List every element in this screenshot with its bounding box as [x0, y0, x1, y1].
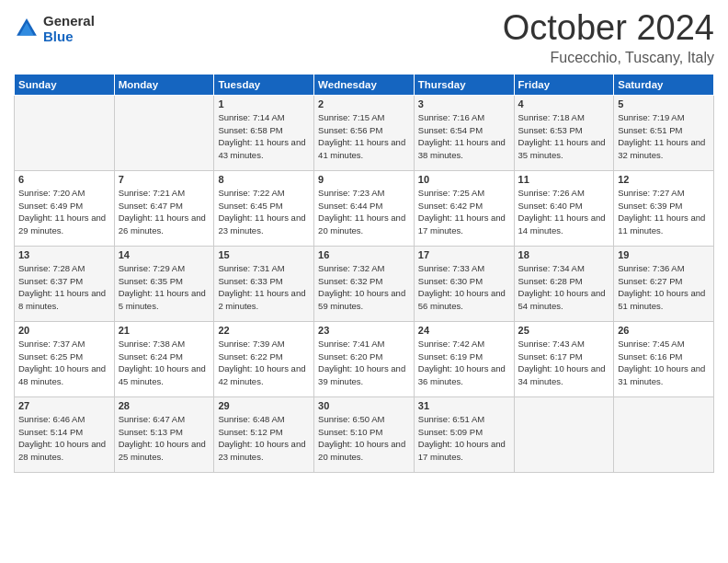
cell-info: Sunrise: 7:27 AMSunset: 6:39 PMDaylight:…	[618, 187, 710, 237]
day-number: 8	[218, 174, 310, 185]
day-number: 2	[318, 98, 410, 109]
calendar-cell: 27Sunrise: 6:46 AMSunset: 5:14 PMDayligh…	[15, 396, 115, 472]
cell-info: Sunrise: 7:42 AMSunset: 6:19 PMDaylight:…	[418, 338, 510, 388]
day-number: 11	[518, 174, 610, 185]
calendar-cell: 21Sunrise: 7:38 AMSunset: 6:24 PMDayligh…	[114, 321, 214, 396]
day-number: 27	[18, 400, 110, 411]
cell-info: Sunrise: 7:14 AMSunset: 6:58 PMDaylight:…	[218, 111, 310, 162]
day-number: 28	[119, 400, 210, 411]
day-number: 14	[119, 249, 210, 260]
cell-info: Sunrise: 7:29 AMSunset: 6:35 PMDaylight:…	[119, 262, 210, 313]
calendar-week-2: 6Sunrise: 7:20 AMSunset: 6:49 PMDaylight…	[15, 170, 714, 246]
col-thursday: Thursday	[414, 74, 514, 95]
cell-info: Sunrise: 7:32 AMSunset: 6:32 PMDaylight:…	[318, 262, 410, 313]
calendar-cell: 16Sunrise: 7:32 AMSunset: 6:32 PMDayligh…	[314, 246, 415, 321]
day-number: 10	[418, 174, 510, 185]
day-number: 4	[518, 98, 610, 109]
location-title: Fucecchio, Tuscany, Italy	[503, 50, 714, 66]
calendar-cell: 28Sunrise: 6:47 AMSunset: 5:13 PMDayligh…	[114, 396, 214, 472]
col-wednesday: Wednesday	[314, 74, 415, 95]
day-number: 19	[618, 249, 710, 260]
day-number: 26	[618, 325, 710, 336]
cell-info: Sunrise: 7:23 AMSunset: 6:44 PMDaylight:…	[318, 187, 410, 237]
day-number: 21	[119, 325, 210, 336]
cell-info: Sunrise: 7:25 AMSunset: 6:42 PMDaylight:…	[418, 187, 510, 237]
cell-info: Sunrise: 6:48 AMSunset: 5:12 PMDaylight:…	[218, 413, 310, 464]
calendar-cell: 5Sunrise: 7:19 AMSunset: 6:51 PMDaylight…	[614, 95, 714, 170]
cell-info: Sunrise: 7:31 AMSunset: 6:33 PMDaylight:…	[218, 262, 310, 313]
day-number: 13	[18, 249, 110, 260]
calendar-cell: 20Sunrise: 7:37 AMSunset: 6:25 PMDayligh…	[15, 321, 115, 396]
cell-info: Sunrise: 7:43 AMSunset: 6:17 PMDaylight:…	[518, 338, 610, 388]
cell-info: Sunrise: 7:26 AMSunset: 6:40 PMDaylight:…	[518, 187, 610, 237]
calendar-cell	[15, 95, 115, 170]
cell-info: Sunrise: 7:41 AMSunset: 6:20 PMDaylight:…	[318, 338, 410, 388]
calendar-cell: 18Sunrise: 7:34 AMSunset: 6:28 PMDayligh…	[514, 246, 614, 321]
calendar-cell: 19Sunrise: 7:36 AMSunset: 6:27 PMDayligh…	[614, 246, 714, 321]
day-number: 22	[218, 325, 310, 336]
calendar-cell: 12Sunrise: 7:27 AMSunset: 6:39 PMDayligh…	[614, 170, 714, 246]
cell-info: Sunrise: 7:19 AMSunset: 6:51 PMDaylight:…	[618, 111, 710, 162]
day-number: 12	[618, 174, 710, 185]
day-number: 29	[218, 400, 310, 411]
calendar-cell: 22Sunrise: 7:39 AMSunset: 6:22 PMDayligh…	[214, 321, 314, 396]
cell-info: Sunrise: 7:22 AMSunset: 6:45 PMDaylight:…	[218, 187, 310, 237]
cell-info: Sunrise: 7:34 AMSunset: 6:28 PMDaylight:…	[518, 262, 610, 313]
day-number: 25	[518, 325, 610, 336]
day-number: 7	[119, 174, 210, 185]
cell-info: Sunrise: 7:28 AMSunset: 6:37 PMDaylight:…	[18, 262, 110, 313]
calendar-cell: 23Sunrise: 7:41 AMSunset: 6:20 PMDayligh…	[314, 321, 415, 396]
calendar-cell: 4Sunrise: 7:18 AMSunset: 6:53 PMDaylight…	[514, 95, 614, 170]
calendar-cell: 26Sunrise: 7:45 AMSunset: 6:16 PMDayligh…	[614, 321, 714, 396]
day-number: 5	[618, 98, 710, 109]
cell-info: Sunrise: 6:46 AMSunset: 5:14 PMDaylight:…	[18, 413, 110, 464]
day-number: 15	[218, 249, 310, 260]
cell-info: Sunrise: 6:51 AMSunset: 5:09 PMDaylight:…	[418, 413, 510, 464]
cell-info: Sunrise: 7:21 AMSunset: 6:47 PMDaylight:…	[119, 187, 210, 237]
calendar-cell	[514, 396, 614, 472]
page-container: General Blue October 2024 Fucecchio, Tus…	[0, 0, 728, 482]
day-number: 17	[418, 249, 510, 260]
calendar-cell: 10Sunrise: 7:25 AMSunset: 6:42 PMDayligh…	[414, 170, 514, 246]
day-number: 20	[18, 325, 110, 336]
calendar-cell: 15Sunrise: 7:31 AMSunset: 6:33 PMDayligh…	[214, 246, 314, 321]
day-number: 6	[18, 174, 110, 185]
calendar-cell: 17Sunrise: 7:33 AMSunset: 6:30 PMDayligh…	[414, 246, 514, 321]
calendar-cell: 2Sunrise: 7:15 AMSunset: 6:56 PMDaylight…	[314, 95, 415, 170]
day-number: 30	[318, 400, 410, 411]
calendar-week-3: 13Sunrise: 7:28 AMSunset: 6:37 PMDayligh…	[15, 246, 714, 321]
logo: General Blue	[14, 13, 95, 44]
col-tuesday: Tuesday	[214, 74, 314, 95]
calendar-cell	[614, 396, 714, 472]
calendar-cell: 24Sunrise: 7:42 AMSunset: 6:19 PMDayligh…	[414, 321, 514, 396]
calendar-week-5: 27Sunrise: 6:46 AMSunset: 5:14 PMDayligh…	[15, 396, 714, 472]
logo-text: General Blue	[43, 13, 95, 44]
calendar-cell: 6Sunrise: 7:20 AMSunset: 6:49 PMDaylight…	[15, 170, 115, 246]
cell-info: Sunrise: 7:33 AMSunset: 6:30 PMDaylight:…	[418, 262, 510, 313]
month-title: October 2024	[503, 9, 714, 48]
calendar-cell: 13Sunrise: 7:28 AMSunset: 6:37 PMDayligh…	[15, 246, 115, 321]
calendar-cell	[114, 95, 214, 170]
day-number: 23	[318, 325, 410, 336]
cell-info: Sunrise: 7:15 AMSunset: 6:56 PMDaylight:…	[318, 111, 410, 162]
calendar-cell: 29Sunrise: 6:48 AMSunset: 5:12 PMDayligh…	[214, 396, 314, 472]
calendar-cell: 14Sunrise: 7:29 AMSunset: 6:35 PMDayligh…	[114, 246, 214, 321]
calendar-cell: 9Sunrise: 7:23 AMSunset: 6:44 PMDaylight…	[314, 170, 415, 246]
calendar-cell: 30Sunrise: 6:50 AMSunset: 5:10 PMDayligh…	[314, 396, 415, 472]
calendar-table: Sunday Monday Tuesday Wednesday Thursday…	[14, 74, 714, 473]
calendar-cell: 31Sunrise: 6:51 AMSunset: 5:09 PMDayligh…	[414, 396, 514, 472]
calendar-cell: 3Sunrise: 7:16 AMSunset: 6:54 PMDaylight…	[414, 95, 514, 170]
col-monday: Monday	[114, 74, 214, 95]
cell-info: Sunrise: 6:47 AMSunset: 5:13 PMDaylight:…	[119, 413, 210, 464]
col-saturday: Saturday	[614, 74, 714, 95]
day-number: 9	[318, 174, 410, 185]
cell-info: Sunrise: 7:16 AMSunset: 6:54 PMDaylight:…	[418, 111, 510, 162]
calendar-week-1: 1Sunrise: 7:14 AMSunset: 6:58 PMDaylight…	[15, 95, 714, 170]
cell-info: Sunrise: 7:20 AMSunset: 6:49 PMDaylight:…	[18, 187, 110, 237]
col-friday: Friday	[514, 74, 614, 95]
day-number: 16	[318, 249, 410, 260]
cell-info: Sunrise: 7:38 AMSunset: 6:24 PMDaylight:…	[119, 338, 210, 388]
header: General Blue October 2024 Fucecchio, Tus…	[14, 9, 714, 66]
header-row: Sunday Monday Tuesday Wednesday Thursday…	[15, 74, 714, 95]
day-number: 31	[418, 400, 510, 411]
